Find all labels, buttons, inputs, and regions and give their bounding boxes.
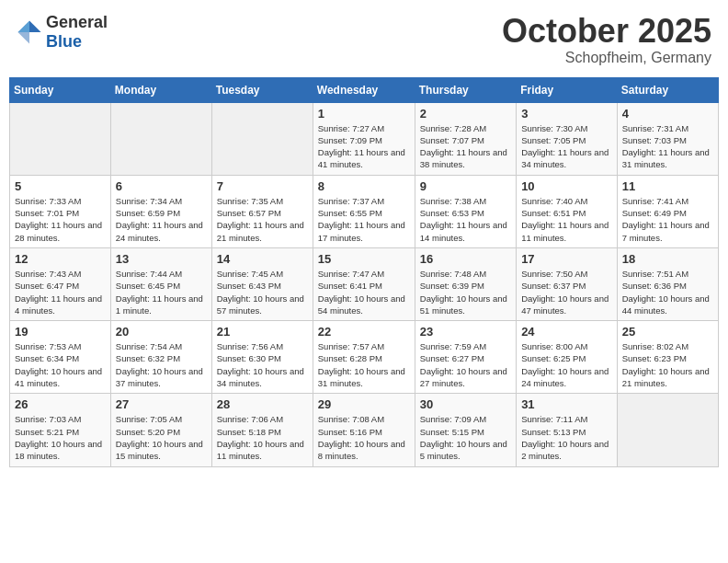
calendar-cell: 18Sunrise: 7:51 AMSunset: 6:36 PMDayligh… <box>617 247 718 320</box>
day-info: Sunrise: 7:27 AMSunset: 7:09 PMDaylight:… <box>318 122 410 171</box>
day-info: Sunrise: 7:56 AMSunset: 6:30 PMDaylight:… <box>217 340 308 389</box>
month-title: October 2025 <box>502 13 711 50</box>
calendar-cell: 27Sunrise: 7:05 AMSunset: 5:20 PMDayligh… <box>110 394 211 466</box>
weekday-header: Wednesday <box>313 77 415 102</box>
svg-marker-1 <box>17 20 29 32</box>
calendar-week-row: 5Sunrise: 7:33 AMSunset: 7:01 PMDaylight… <box>10 175 719 247</box>
calendar-cell: 20Sunrise: 7:54 AMSunset: 6:32 PMDayligh… <box>110 321 211 394</box>
calendar-week-row: 19Sunrise: 7:53 AMSunset: 6:34 PMDayligh… <box>10 321 719 394</box>
day-number: 14 <box>217 252 308 266</box>
day-info: Sunrise: 7:09 AMSunset: 5:15 PMDaylight:… <box>420 413 511 462</box>
calendar-cell <box>110 102 211 175</box>
calendar-week-row: 26Sunrise: 7:03 AMSunset: 5:21 PMDayligh… <box>10 394 719 466</box>
day-info: Sunrise: 7:28 AMSunset: 7:07 PMDaylight:… <box>420 122 511 171</box>
day-number: 19 <box>15 325 106 339</box>
day-number: 2 <box>420 107 511 121</box>
day-number: 30 <box>420 397 511 411</box>
day-number: 6 <box>116 179 207 193</box>
day-number: 25 <box>622 325 713 339</box>
day-number: 29 <box>318 397 410 411</box>
day-number: 28 <box>217 397 308 411</box>
calendar-week-row: 12Sunrise: 7:43 AMSunset: 6:47 PMDayligh… <box>10 247 719 320</box>
day-number: 10 <box>521 179 612 193</box>
day-number: 4 <box>622 107 713 121</box>
day-info: Sunrise: 7:51 AMSunset: 6:36 PMDaylight:… <box>622 268 713 316</box>
calendar-cell: 1Sunrise: 7:27 AMSunset: 7:09 PMDaylight… <box>313 102 415 175</box>
day-number: 11 <box>622 179 713 193</box>
location-title: Schopfheim, Germany <box>502 50 711 66</box>
day-number: 1 <box>318 107 410 121</box>
logo-blue: Blue <box>46 32 82 51</box>
logo: General Blue <box>17 13 108 52</box>
calendar-cell: 24Sunrise: 8:00 AMSunset: 6:25 PMDayligh… <box>517 321 618 394</box>
day-number: 5 <box>15 179 106 193</box>
day-number: 9 <box>420 179 511 193</box>
calendar-cell: 3Sunrise: 7:30 AMSunset: 7:05 PMDaylight… <box>517 102 618 175</box>
day-info: Sunrise: 7:43 AMSunset: 6:47 PMDaylight:… <box>15 268 106 316</box>
calendar-cell: 21Sunrise: 7:56 AMSunset: 6:30 PMDayligh… <box>211 321 313 394</box>
day-info: Sunrise: 7:44 AMSunset: 6:45 PMDaylight:… <box>116 268 207 316</box>
logo-text: General Blue <box>46 13 108 52</box>
calendar-cell: 16Sunrise: 7:48 AMSunset: 6:39 PMDayligh… <box>415 247 516 320</box>
day-info: Sunrise: 7:38 AMSunset: 6:53 PMDaylight:… <box>420 195 511 244</box>
day-number: 20 <box>116 325 207 339</box>
day-number: 27 <box>116 397 207 411</box>
day-info: Sunrise: 7:37 AMSunset: 6:55 PMDaylight:… <box>318 195 410 244</box>
day-info: Sunrise: 7:50 AMSunset: 6:37 PMDaylight:… <box>521 268 612 316</box>
calendar-cell: 17Sunrise: 7:50 AMSunset: 6:37 PMDayligh… <box>517 247 618 320</box>
day-number: 15 <box>318 252 410 266</box>
day-number: 3 <box>521 107 612 121</box>
day-number: 7 <box>217 179 308 193</box>
day-info: Sunrise: 7:33 AMSunset: 7:01 PMDaylight:… <box>15 195 106 244</box>
weekday-header: Sunday <box>10 77 111 102</box>
day-info: Sunrise: 7:03 AMSunset: 5:21 PMDaylight:… <box>15 413 106 462</box>
day-info: Sunrise: 7:06 AMSunset: 5:18 PMDaylight:… <box>217 413 308 462</box>
calendar-cell: 2Sunrise: 7:28 AMSunset: 7:07 PMDaylight… <box>415 102 516 175</box>
day-number: 17 <box>521 252 612 266</box>
day-number: 8 <box>318 179 410 193</box>
calendar-cell: 7Sunrise: 7:35 AMSunset: 6:57 PMDaylight… <box>211 175 313 247</box>
day-number: 31 <box>521 397 612 411</box>
day-info: Sunrise: 7:48 AMSunset: 6:39 PMDaylight:… <box>420 268 511 316</box>
calendar-cell <box>10 102 111 175</box>
calendar-cell: 22Sunrise: 7:57 AMSunset: 6:28 PMDayligh… <box>313 321 415 394</box>
logo-general: General <box>46 13 108 31</box>
day-info: Sunrise: 7:30 AMSunset: 7:05 PMDaylight:… <box>521 122 612 171</box>
calendar-cell: 8Sunrise: 7:37 AMSunset: 6:55 PMDaylight… <box>313 175 415 247</box>
day-info: Sunrise: 7:47 AMSunset: 6:41 PMDaylight:… <box>318 268 410 316</box>
calendar-cell: 25Sunrise: 8:02 AMSunset: 6:23 PMDayligh… <box>617 321 718 394</box>
day-number: 12 <box>15 252 106 266</box>
day-info: Sunrise: 7:40 AMSunset: 6:51 PMDaylight:… <box>521 195 612 244</box>
weekday-header: Tuesday <box>211 77 313 102</box>
calendar-cell: 11Sunrise: 7:41 AMSunset: 6:49 PMDayligh… <box>617 175 718 247</box>
day-info: Sunrise: 7:11 AMSunset: 5:13 PMDaylight:… <box>521 413 612 462</box>
day-number: 21 <box>217 325 308 339</box>
calendar-cell <box>617 394 718 466</box>
day-number: 13 <box>116 252 207 266</box>
day-info: Sunrise: 7:35 AMSunset: 6:57 PMDaylight:… <box>217 195 308 244</box>
day-info: Sunrise: 7:53 AMSunset: 6:34 PMDaylight:… <box>15 340 106 389</box>
day-number: 16 <box>420 252 511 266</box>
calendar-cell: 26Sunrise: 7:03 AMSunset: 5:21 PMDayligh… <box>10 394 111 466</box>
calendar-cell: 29Sunrise: 7:08 AMSunset: 5:16 PMDayligh… <box>313 394 415 466</box>
weekday-header: Friday <box>517 77 618 102</box>
page-header: General Blue October 2025 Schopfheim, Ge… <box>9 9 719 70</box>
svg-marker-0 <box>29 20 41 32</box>
day-number: 22 <box>318 325 410 339</box>
calendar-cell: 12Sunrise: 7:43 AMSunset: 6:47 PMDayligh… <box>10 247 111 320</box>
weekday-header: Monday <box>110 77 211 102</box>
calendar-table: SundayMondayTuesdayWednesdayThursdayFrid… <box>9 77 719 467</box>
calendar-cell: 6Sunrise: 7:34 AMSunset: 6:59 PMDaylight… <box>110 175 211 247</box>
day-info: Sunrise: 7:08 AMSunset: 5:16 PMDaylight:… <box>318 413 410 462</box>
calendar-cell <box>211 102 313 175</box>
calendar-cell: 23Sunrise: 7:59 AMSunset: 6:27 PMDayligh… <box>415 321 516 394</box>
day-info: Sunrise: 7:41 AMSunset: 6:49 PMDaylight:… <box>622 195 713 244</box>
day-info: Sunrise: 7:34 AMSunset: 6:59 PMDaylight:… <box>116 195 207 244</box>
calendar-cell: 10Sunrise: 7:40 AMSunset: 6:51 PMDayligh… <box>517 175 618 247</box>
calendar-cell: 14Sunrise: 7:45 AMSunset: 6:43 PMDayligh… <box>211 247 313 320</box>
svg-marker-2 <box>17 32 29 44</box>
day-info: Sunrise: 7:57 AMSunset: 6:28 PMDaylight:… <box>318 340 410 389</box>
calendar-cell: 4Sunrise: 7:31 AMSunset: 7:03 PMDaylight… <box>617 102 718 175</box>
weekday-header: Saturday <box>617 77 718 102</box>
calendar-cell: 28Sunrise: 7:06 AMSunset: 5:18 PMDayligh… <box>211 394 313 466</box>
